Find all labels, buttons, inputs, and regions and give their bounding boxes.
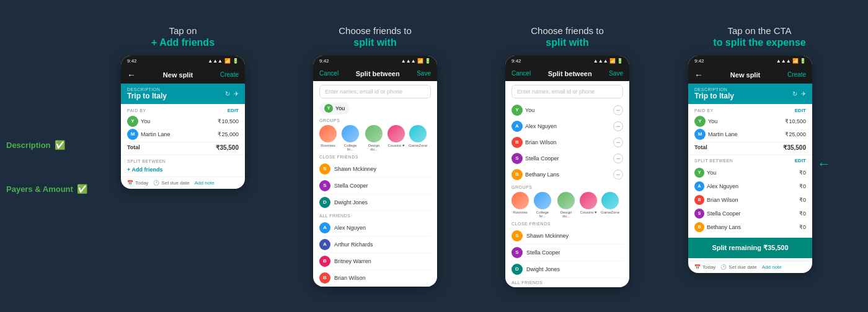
friend-row[interactable]: D Dwight Jones — [319, 194, 431, 211]
avatar-martin: M — [127, 129, 138, 140]
friend-row[interactable]: S Shawn Mckinney — [319, 161, 431, 178]
step2-column: Choose friends to split with 9:42 ▲▲▲ 📶 … — [285, 25, 465, 287]
status-bar-1: 9:42 ▲▲▲ 📶 🔋 — [121, 56, 245, 66]
selected-row: S Stella Cooper − — [512, 150, 623, 167]
close-friends-2: CLOSE FRIENDS S Shawn Mckinney S Stella … — [313, 155, 437, 287]
clock-icon: 🕐 — [153, 180, 159, 186]
payers-checkmark: ✅ — [77, 184, 87, 194]
groups-section-3: GROUPS Roomies College br... Design du..… — [505, 185, 629, 222]
phone3: 9:42 ▲▲▲ 📶 🔋 Cancel Split between Save E… — [505, 56, 629, 287]
description-checkmark: ✅ — [55, 140, 65, 150]
paid-by-section-4: PAID BY EDIT Y You ₹10,500 M Martin L — [688, 104, 812, 155]
bottom-row-4: 📅 Today 🕐 Set due date Add note — [688, 261, 812, 273]
friend-row[interactable]: B Britney Warren — [319, 253, 431, 270]
groups-section-2: GROUPS Roomies College br... Design du..… — [313, 118, 437, 155]
avatar-you: Y — [127, 116, 138, 127]
friend-row[interactable]: S Shawn Mckinney — [512, 228, 623, 245]
phone4: 9:42 ▲▲▲ 📶 🔋 ← New split Create DESCRIPT… — [688, 56, 812, 273]
main-container: Description ✅ Payers & Amount ✅ Tap on +… — [0, 13, 868, 300]
group-item[interactable]: Roomies — [512, 192, 529, 218]
group-item[interactable]: Cousins ♥ — [388, 125, 405, 151]
search-box-2[interactable]: Enter names, email id or phone — [319, 85, 431, 98]
group-item[interactable]: College br... — [533, 192, 552, 218]
step3-column: Choose friends to split with 9:42 ▲▲▲ 📶 … — [477, 25, 657, 287]
split-between-4: SPLIT BETWEEN EDIT Y You ₹0 A Alex Ng — [688, 155, 812, 235]
calendar-icon-4: 📅 — [694, 264, 701, 270]
close-friends-3: CLOSE FRIENDS S Shawn Mckinney S Stella … — [505, 222, 629, 285]
selected-row: A Alex Nguyen − — [512, 118, 623, 134]
you-chip: Y You — [319, 102, 350, 115]
group-item[interactable]: Roomies — [319, 125, 337, 151]
remove-btn[interactable]: − — [613, 154, 623, 163]
step1-column: Tap on + Add friends 9:42 ▲▲▲ 📶 🔋 ← New … — [93, 25, 273, 189]
step1-label: Tap on + Add friends — [151, 25, 215, 48]
step2-label: Choose friends to split with — [339, 25, 412, 48]
phone2-header: Cancel Split between Save — [313, 66, 437, 81]
phone3-header: Cancel Split between Save — [505, 66, 629, 81]
paid-by-section: PAID BY EDIT Y You ₹10,500 M Martin Lane… — [121, 104, 245, 155]
status-bar-3: 9:42 ▲▲▲ 📶 🔋 — [505, 56, 629, 66]
refresh-icon-4[interactable]: ↻ — [792, 90, 797, 97]
payer-row-2: M Martin Lane ₹25,000 — [127, 129, 239, 140]
friend-row[interactable]: S Stella Cooper — [319, 178, 431, 194]
remove-btn[interactable]: − — [613, 121, 623, 131]
description-label: Description ✅ — [6, 140, 87, 150]
arrow-indicator: ← — [817, 156, 831, 172]
friend-row[interactable]: A Alex Nguyen — [319, 220, 431, 236]
remove-btn[interactable]: − — [613, 137, 623, 147]
selected-row: B Brian Wilson − — [512, 134, 623, 150]
phone2: 9:42 ▲▲▲ 📶 🔋 Cancel Split between Save E… — [313, 56, 437, 287]
status-bar-2: 9:42 ▲▲▲ 📶 🔋 — [313, 56, 437, 66]
refresh-icon[interactable]: ↻ — [225, 90, 230, 97]
send-icon-4[interactable]: ✈ — [801, 90, 806, 97]
send-icon[interactable]: ✈ — [234, 90, 239, 97]
description-section: DESCRIPTION Trip to Italy ↻ ✈ — [121, 84, 245, 104]
phone1: 9:42 ▲▲▲ 📶 🔋 ← New split Create DESCRIPT… — [121, 56, 245, 189]
bottom-row-1: 📅 Today 🕐 Set due date Add note — [121, 176, 245, 189]
clock-icon-4: 🕐 — [720, 264, 727, 270]
search-box-3[interactable]: Enter names, email id or phone — [512, 85, 623, 98]
friend-row[interactable]: B Brian Wilson — [319, 270, 431, 287]
selected-row: Y You − — [512, 102, 623, 118]
selected-members: Y You − A Alex Nguyen − B Brian Wilson — [505, 102, 629, 185]
status-bar-4: 9:42 ▲▲▲ 📶 🔋 — [688, 56, 812, 66]
selected-row: B Bethany Lans − — [512, 167, 623, 183]
phone4-header: ← New split Create — [688, 66, 812, 84]
payers-label: Payers & Amount ✅ — [6, 184, 87, 194]
phone1-header: ← New split Create — [121, 66, 245, 84]
split-between-section: SPLIT BETWEEN + Add friends — [121, 155, 245, 176]
payer-row-1: Y You ₹10,500 — [127, 116, 239, 127]
friend-row[interactable]: S Stella Cooper — [512, 245, 623, 261]
friend-row[interactable]: A Arthur Richards — [319, 236, 431, 253]
step4-column: Tap on the CTA to split the expense 9:42… — [670, 25, 849, 273]
step3-label: Choose friends to split with — [531, 25, 604, 48]
split-cta-button[interactable]: Split remaining ₹35,500 — [688, 238, 812, 258]
group-item[interactable]: GameZone — [409, 125, 427, 151]
remove-btn[interactable]: − — [613, 105, 623, 115]
step4-label: Tap on the CTA to split the expense — [713, 25, 805, 48]
group-item[interactable]: Cousins ♥ — [580, 192, 597, 218]
group-item[interactable]: Design du... — [364, 125, 384, 151]
calendar-icon: 📅 — [127, 180, 133, 186]
group-item[interactable]: GameZone — [601, 192, 619, 218]
remove-btn[interactable]: − — [613, 170, 623, 180]
group-item[interactable]: College br... — [340, 125, 360, 151]
group-item[interactable]: Design du... — [556, 192, 576, 218]
payer-row-4-2: M Martin Lane ₹25,000 — [694, 129, 806, 140]
friend-row[interactable]: D Dwight Jones — [512, 261, 623, 278]
description-section-4: DESCRIPTION Trip to Italy ↻ ✈ — [688, 84, 812, 104]
payer-row-4-1: Y You ₹10,500 — [694, 116, 806, 127]
